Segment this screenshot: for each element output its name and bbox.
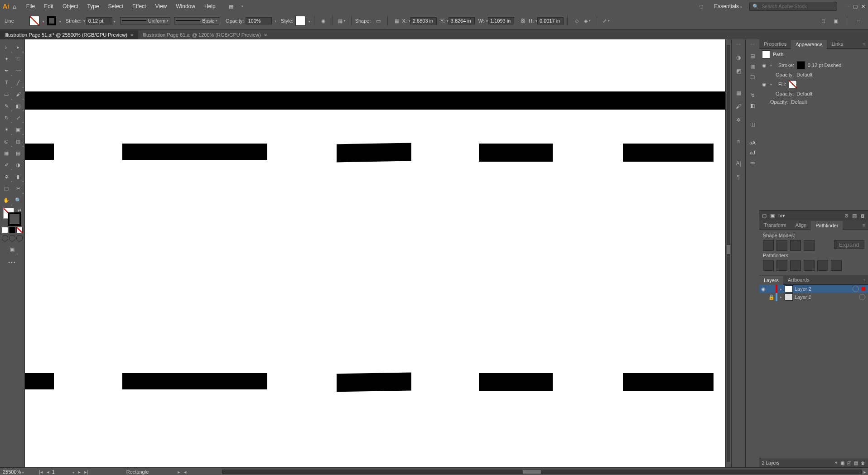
pf-trim[interactable]: [776, 260, 787, 271]
panel-menu-icon[interactable]: ≡: [853, 15, 863, 26]
artboard-prev-icon[interactable]: ◂: [45, 469, 51, 475]
appearance-duplicate-icon[interactable]: ▤: [852, 213, 857, 219]
pathfinder-panel-menu-icon[interactable]: ≡: [860, 221, 868, 230]
document-tab-1[interactable]: Illustration Page 51.ai* @ 25500% (RGB/G…: [0, 30, 138, 39]
canvas[interactable]: [25, 39, 731, 467]
paintbrush-tool[interactable]: 🖌: [12, 88, 24, 100]
perspective-grid-tool[interactable]: ▥: [12, 135, 24, 147]
dock-icon-3[interactable]: ◫: [750, 121, 755, 127]
dock-icon-1[interactable]: ↯: [751, 92, 755, 98]
gradient-tool[interactable]: ▤: [12, 147, 24, 159]
dock-color-guide-icon[interactable]: ◩: [734, 67, 743, 76]
artboard-first-icon[interactable]: |◂: [37, 469, 45, 475]
appearance-delete-icon[interactable]: 🗑: [860, 213, 865, 218]
layer-row-layer2[interactable]: ◉ ▸ Layer 2: [759, 285, 868, 293]
document-tab-2-close[interactable]: ✕: [264, 33, 267, 38]
tab-artboards[interactable]: Artboards: [783, 275, 814, 284]
dock-grip-b[interactable]: ▸◂: [751, 42, 754, 48]
variable-width-profile[interactable]: Uniform: [120, 17, 171, 24]
rectangle-tool[interactable]: ▭: [0, 88, 12, 100]
appearance-object-opacity-value[interactable]: Default: [791, 99, 807, 105]
appearance-stroke-visibility-icon[interactable]: ◉: [762, 62, 767, 68]
eyedropper-tool[interactable]: ✐: [0, 159, 12, 171]
dock-symbols-icon[interactable]: ✲: [734, 115, 743, 125]
dock-asset-export-icon[interactable]: ▥: [750, 63, 755, 69]
brush-definition[interactable]: Basic: [174, 17, 219, 24]
transform-icon[interactable]: ⤢: [601, 15, 612, 26]
symbol-sprayer-tool[interactable]: ✲: [0, 171, 12, 182]
isolate-icon[interactable]: ◻: [818, 15, 829, 26]
search-stock-box[interactable]: 🔍: [749, 2, 837, 11]
selection-tool[interactable]: ▹: [0, 41, 12, 53]
direct-selection-tool[interactable]: ▸: [12, 41, 24, 53]
draw-normal-icon[interactable]: [2, 235, 8, 241]
hscroll-end-icon[interactable]: ▸: [862, 469, 868, 475]
window-close-button[interactable]: ✕: [861, 4, 865, 10]
horizontal-scroll-thumb[interactable]: [523, 470, 541, 474]
tab-links[interactable]: Links: [827, 39, 848, 48]
w-field[interactable]: 1.1093 in: [488, 17, 514, 24]
shaper-tool[interactable]: ✎: [0, 100, 12, 112]
layer2-disclosure-icon[interactable]: ▸: [777, 287, 785, 291]
draw-behind-icon[interactable]: [9, 235, 15, 241]
opacity-field[interactable]: 100%: [246, 17, 272, 24]
none-mode-icon[interactable]: [16, 227, 23, 233]
artboard-last-icon[interactable]: ▸|: [82, 469, 90, 475]
menu-window[interactable]: Window: [176, 3, 195, 10]
reference-point-icon[interactable]: ▦: [391, 15, 402, 26]
search-input[interactable]: [761, 3, 834, 10]
appearance-stroke-value[interactable]: 0.12 pt Dashed: [808, 62, 842, 68]
appearance-panel-menu-icon[interactable]: ≡: [860, 39, 868, 48]
search-help-icon[interactable]: ◌: [696, 1, 707, 12]
pf-merge[interactable]: [790, 260, 801, 271]
corners-icon[interactable]: ◈: [582, 15, 593, 26]
column-graph-tool[interactable]: ▮: [12, 171, 24, 182]
document-tab-1-close[interactable]: ✕: [130, 33, 134, 38]
edit-toolbar-icon[interactable]: •••: [8, 259, 16, 265]
menu-object[interactable]: Object: [63, 3, 78, 10]
pf-unite[interactable]: [763, 240, 774, 251]
stroke-swatch-drop[interactable]: [58, 18, 61, 24]
dock-artboards-icon[interactable]: ▢: [750, 74, 755, 80]
dock-glyphs-icon[interactable]: aA: [749, 140, 755, 145]
window-minimize-button[interactable]: —: [844, 4, 849, 10]
layers-sublayer-icon[interactable]: ◰: [847, 461, 851, 465]
appearance-stroke-disclosure-icon[interactable]: ▾: [770, 63, 776, 67]
pf-exclude[interactable]: [804, 240, 815, 251]
magic-wand-tool[interactable]: ✦: [0, 53, 12, 65]
horizontal-scrollbar[interactable]: ▸: [222, 468, 868, 475]
stroke-weight-drop[interactable]: [112, 18, 116, 24]
dock-color-icon[interactable]: ◑: [734, 53, 743, 62]
eraser-tool[interactable]: ◧: [12, 100, 24, 112]
type-tool[interactable]: T: [0, 77, 12, 88]
appearance-add-stroke-icon[interactable]: ▢: [762, 213, 767, 219]
artboard-tool[interactable]: ▢: [0, 182, 12, 194]
home-icon[interactable]: ⌂: [13, 3, 16, 10]
slice-tool[interactable]: ✂: [12, 182, 24, 194]
arrange-documents-icon[interactable]: ▦: [226, 1, 236, 12]
pf-minus-back[interactable]: [831, 260, 842, 271]
opacity-arrow[interactable]: ›: [275, 18, 276, 24]
layers-new-icon[interactable]: ▤: [854, 461, 858, 465]
pf-intersect[interactable]: [790, 240, 801, 251]
dock-grip-a[interactable]: ▸◂: [737, 42, 740, 48]
appearance-stroke-opacity-value[interactable]: Default: [796, 72, 812, 77]
layer2-visibility-icon[interactable]: ◉: [759, 286, 767, 292]
workspace-switcher[interactable]: Essentials: [714, 3, 742, 10]
stroke-swatch[interactable]: [47, 16, 56, 25]
tab-transform[interactable]: Transform: [759, 221, 791, 230]
pf-minus-front[interactable]: [776, 240, 787, 251]
tab-layers[interactable]: Layers: [759, 276, 783, 285]
stroke-weight-field[interactable]: 0.12 pt: [86, 17, 112, 24]
layers-panel-menu-icon[interactable]: ≡: [860, 275, 868, 284]
layer2-target-icon[interactable]: [853, 286, 859, 292]
appearance-add-effect-icon[interactable]: fx▾: [778, 213, 785, 219]
draw-inside-icon[interactable]: [16, 235, 23, 241]
layer1-name[interactable]: Layer 1: [795, 294, 859, 300]
shape-builder-tool[interactable]: ◎: [0, 135, 12, 147]
appearance-clear-icon[interactable]: ⊘: [844, 213, 849, 219]
pf-expand-button[interactable]: Expand: [834, 240, 864, 249]
free-transform-tool[interactable]: ▣: [12, 124, 24, 135]
layers-locate-icon[interactable]: ⌖: [835, 460, 838, 465]
edit-icon[interactable]: ▣: [830, 15, 841, 26]
